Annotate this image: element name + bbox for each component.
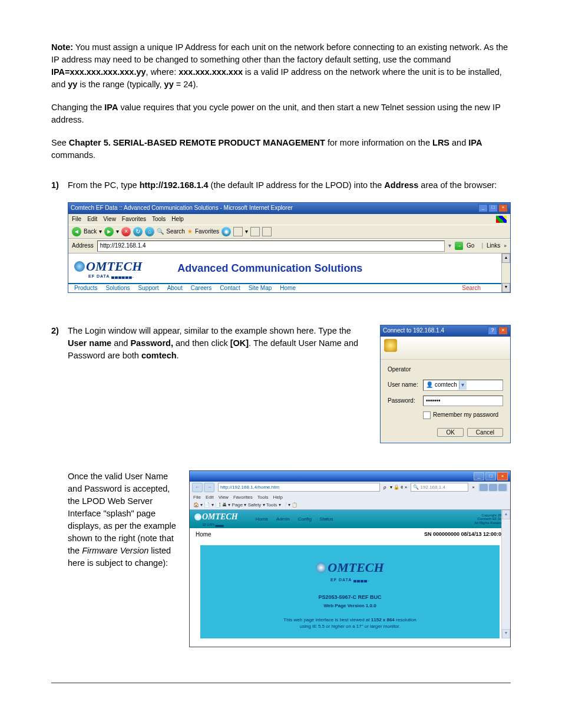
stop-icon: × [121,227,131,236]
username-input[interactable]: 👤comtech▾ [423,380,503,391]
close-icon[interactable]: × [497,472,508,480]
step-1-text: From the PC, type http://192.168.1.4 (th… [68,179,511,192]
login-dialog: Connect to 192.168.1.4 ?× Operator User … [380,325,511,443]
step-3-text: Once the valid User Name and Password is… [68,470,180,569]
menu-bar[interactable]: FileEditViewFavoritesToolsHelp [72,215,190,224]
mail-icon [233,227,243,236]
maximize-icon[interactable]: □ [488,204,498,212]
splash-screenshot: _□× ←→ http://192.168.1.4/home.htm ρ ▾ 🔒… [189,470,511,647]
address-input[interactable]: http://192.168.1.4 [97,241,445,252]
home-icon: ⌂ [145,227,154,236]
username-label: User name: [388,381,423,390]
footer-rule [51,683,511,683]
site-nav[interactable]: ProductsSolutionsSupportAboutCareersCont… [68,283,510,293]
operator-label: Operator [388,365,503,374]
search-input[interactable]: 🔍 192.168.1.4 [411,483,468,492]
close-icon[interactable]: × [498,327,508,335]
password-input[interactable]: ••••••• [423,396,503,407]
command-bar[interactable]: 🏠 ▾ 📄 ▾ 📑 🖶 ▾ Page ▾ Safety ▾ Tools ▾ ❔▾… [190,501,510,510]
serial-status: SN 000000000 08/14/13 12:00:00 [424,531,504,539]
cancel-button[interactable]: Cancel [467,428,503,437]
help-icon[interactable]: ? [488,327,497,335]
step-2-text: The Login window will appear, similar to… [68,325,368,362]
page-title: Home [196,531,211,539]
back-icon: ◄ [72,227,81,236]
remember-checkbox[interactable] [423,411,431,419]
edit-icon [262,227,272,236]
ipa-paragraph: Changing the IPA value requires that you… [51,101,511,126]
keys-icon [384,339,397,352]
menu-bar[interactable]: FileEditViewFavoritesToolsHelp [190,493,510,502]
toolbar[interactable]: ◄Back ▾ ► ▾ × ↻ ⌂ 🔍Search ★Favorites ◉ ▾ [68,225,510,239]
see-chapter-paragraph: See Chapter 5. SERIAL-BASED REMOTE PRODU… [51,137,511,162]
window-title: Comtech EF Data :: Advanced Communicatio… [71,204,293,213]
windows-flag-icon [496,216,507,223]
splash-panel: OMTECH EF DATA ▄▄▄▄. PS2053-5967-C REF B… [200,545,500,638]
print-icon [250,227,260,236]
banner-title: Advanced Communication Solutions [177,261,362,276]
back-icon[interactable]: ← [192,483,203,492]
forward-icon[interactable]: → [204,483,214,492]
forward-icon: ► [104,227,114,236]
password-label: Password: [388,397,423,406]
remember-label: Remember my password [433,411,498,420]
minimize-icon[interactable]: _ [474,472,484,480]
refresh-icon: ↻ [133,227,143,236]
minimize-icon[interactable]: _ [478,204,488,212]
step-2-number: 2) [51,325,68,443]
close-icon[interactable]: × [498,204,508,212]
login-title: Connect to 192.168.1.4 [383,327,444,335]
address-label: Address [72,242,94,251]
go-button[interactable]: → [455,242,463,250]
toolbar-icons[interactable] [478,483,508,492]
browser-screenshot: Comtech EF Data :: Advanced Communicatio… [68,202,511,293]
note-paragraph: Note: You must assign a unique IP Addres… [51,41,511,91]
comtech-logo: OMTECH [194,511,238,523]
step-1-number: 1) [51,179,68,307]
favorites-icon: ★ [187,228,193,236]
ok-button[interactable]: OK [437,428,463,437]
address-input[interactable]: http://192.168.1.4/home.htm [218,483,380,492]
nav-tabs[interactable]: HomeAdminConfigStatus [256,516,333,523]
user-icon: 👤 [426,381,433,390]
maximize-icon[interactable]: □ [485,472,496,480]
comtech-logo: OMTECH [74,257,142,276]
history-icon: ◉ [222,227,231,236]
scrollbar[interactable]: ▴▾ [501,510,510,638]
scrollbar[interactable]: ▴▾ [501,253,510,293]
search-icon: 🔍 [157,228,164,236]
